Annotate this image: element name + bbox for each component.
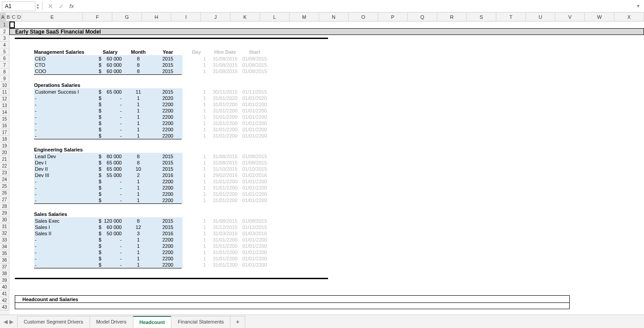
cell-year[interactable]: 2200 — [153, 197, 183, 203]
cell-salary[interactable]: $- — [97, 101, 124, 108]
accept-icon[interactable]: ✓ — [59, 3, 64, 10]
cell-hire[interactable]: 31/01/2200 — [210, 108, 240, 113]
cell-salary[interactable]: $65 000 — [97, 159, 124, 166]
cell-hire[interactable]: 31/08/2015 — [210, 69, 240, 74]
cell-year[interactable]: 2200 — [153, 107, 183, 114]
cell-salary[interactable]: $60 000 — [97, 68, 124, 74]
cell-year[interactable]: 2200 — [153, 126, 183, 133]
cell-name[interactable]: Dev III — [34, 172, 97, 178]
cell-start[interactable]: 01/01/2200 — [240, 250, 269, 255]
cell-salary[interactable]: $65 000 — [97, 165, 124, 172]
cell-salary[interactable]: $- — [97, 197, 124, 203]
cell-start[interactable]: 01/01/2200 — [240, 102, 269, 107]
cell-salary[interactable]: $60 000 — [97, 224, 124, 230]
cell-day[interactable]: 1 — [183, 256, 210, 261]
cell-name[interactable]: Lead Dev — [34, 153, 97, 160]
cell-name[interactable]: - — [34, 249, 97, 255]
col-header[interactable]: B — [6, 13, 11, 21]
row-header[interactable]: 4 — [0, 42, 9, 48]
row-header[interactable]: 41 — [0, 290, 9, 297]
row-header[interactable]: 11 — [0, 89, 9, 95]
cell-salary[interactable]: $- — [97, 242, 124, 249]
cell-day[interactable]: 1 — [183, 89, 210, 95]
cell-hire[interactable]: 30/11/2015 — [210, 89, 240, 95]
row-header[interactable]: 26 — [0, 190, 9, 196]
cell-name[interactable]: - — [34, 132, 97, 139]
col-header[interactable]: L — [260, 13, 290, 21]
row-header[interactable]: 21 — [0, 156, 9, 163]
cell-salary[interactable]: $65 000 — [97, 88, 124, 95]
col-header[interactable]: R — [437, 13, 467, 21]
cell-year[interactable]: 2015 — [153, 224, 183, 230]
cell-day[interactable]: 1 — [183, 198, 210, 203]
cell-start[interactable]: 01/10/2015 — [240, 166, 269, 172]
cell-name[interactable]: - — [34, 113, 97, 120]
cell-start[interactable]: 01/01/2200 — [240, 179, 269, 184]
cell-name[interactable]: Sales II — [34, 230, 97, 237]
cell-hire[interactable]: 31/01/2200 — [210, 121, 240, 126]
cell-hire[interactable]: 31/03/2016 — [210, 231, 240, 236]
cell-month[interactable]: 8 — [124, 153, 153, 160]
sheet-tab[interactable]: Model Drivers — [90, 316, 133, 328]
cell-hire[interactable]: 31/08/2015 — [210, 154, 240, 159]
col-header[interactable]: E — [22, 13, 83, 21]
cell-month[interactable]: 8 — [124, 61, 153, 68]
cell-day[interactable]: 1 — [183, 133, 210, 138]
row-header[interactable]: 6 — [0, 55, 9, 62]
cell-year[interactable]: 2015 — [153, 165, 183, 172]
row-header[interactable]: 40 — [0, 284, 9, 290]
cell-salary[interactable]: $50 000 — [97, 230, 124, 237]
cell-hire[interactable]: 31/01/2200 — [210, 262, 240, 268]
cell-month[interactable]: 3 — [124, 230, 153, 237]
cell-hire[interactable]: 31/08/2015 — [210, 218, 240, 224]
cell-start[interactable]: 01/08/2015 — [240, 160, 269, 165]
cell-day[interactable]: 1 — [183, 154, 210, 159]
cell-day[interactable]: 1 — [183, 262, 210, 268]
cell-month[interactable]: 1 — [124, 101, 153, 108]
sheet-tab[interactable]: Customer Segment Drivers — [17, 316, 90, 328]
row-header[interactable]: 27 — [0, 196, 9, 203]
cell-month[interactable]: 1 — [124, 107, 153, 114]
stepper-up-icon[interactable]: ▲ — [36, 3, 39, 6]
cell-month[interactable]: 8 — [124, 68, 153, 74]
cells-area[interactable]: Early Stage SaaS Financial ModelManageme… — [9, 22, 644, 315]
cell-year[interactable]: 2015 — [153, 88, 183, 95]
row-header[interactable]: 14 — [0, 109, 9, 116]
cell-hire[interactable]: 31/01/2200 — [210, 185, 240, 190]
cell-year[interactable]: 2200 — [153, 242, 183, 249]
cell-month[interactable]: 1 — [124, 261, 153, 268]
row-header[interactable]: 39 — [0, 277, 9, 284]
row-header[interactable]: 24 — [0, 176, 9, 183]
row-header[interactable]: 28 — [0, 203, 9, 210]
cell-day[interactable]: 1 — [183, 166, 210, 172]
row-header[interactable]: 20 — [0, 149, 9, 156]
cell-day[interactable]: 1 — [183, 69, 210, 74]
cell-year[interactable]: 2200 — [153, 255, 183, 262]
col-header[interactable]: U — [526, 13, 555, 21]
cell-start[interactable]: 01/01/2200 — [240, 243, 269, 249]
cell-hire[interactable]: 31/01/2200 — [210, 256, 240, 261]
cell-name[interactable]: - — [34, 95, 97, 101]
cell-month[interactable]: 1 — [124, 242, 153, 249]
cell-start[interactable]: 01/02/2016 — [240, 173, 269, 178]
cell-salary[interactable]: $60 000 — [97, 55, 124, 62]
cell-salary[interactable]: $- — [97, 113, 124, 120]
cell-month[interactable]: 1 — [124, 132, 153, 139]
row-header[interactable]: 25 — [0, 183, 9, 190]
col-header[interactable]: A — [0, 13, 6, 21]
tab-scroll-left-icon[interactable]: ◀ — [4, 319, 8, 325]
cell-salary[interactable]: $120 000 — [97, 217, 124, 224]
cell-hire[interactable]: 31/01/2200 — [210, 133, 240, 138]
col-header[interactable]: X — [614, 13, 644, 21]
cell-name[interactable]: - — [34, 261, 97, 268]
row-header[interactable]: 29 — [0, 210, 9, 216]
cell-start[interactable]: 01/12/2015 — [240, 224, 269, 230]
cell-hire[interactable]: 31/01/2020 — [210, 95, 240, 101]
cell-month[interactable]: 1 — [124, 236, 153, 243]
row-header[interactable]: 8 — [0, 69, 9, 75]
cell-hire[interactable]: 31/01/2200 — [210, 102, 240, 107]
cell-day[interactable]: 1 — [183, 95, 210, 101]
cell-hire[interactable]: 31/08/2015 — [210, 56, 240, 61]
cell-name[interactable]: - — [34, 184, 97, 191]
cell-salary[interactable]: $- — [97, 261, 124, 268]
